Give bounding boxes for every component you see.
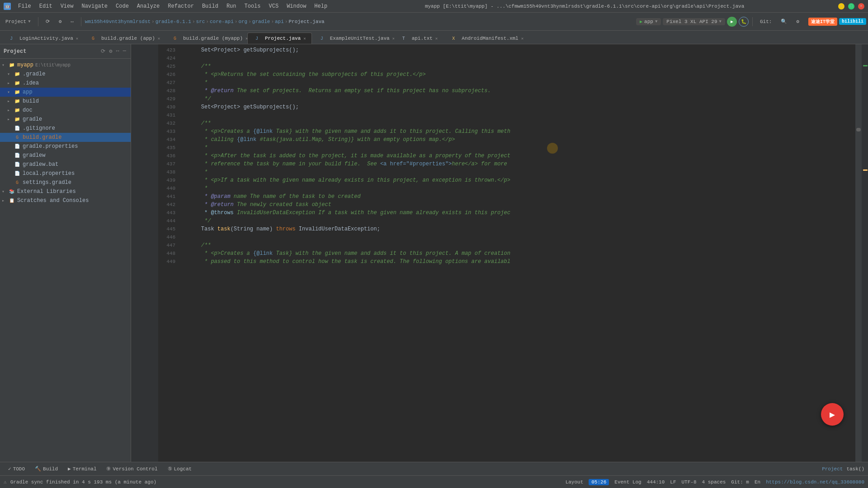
line-content-423[interactable]: Set<Project> getSubprojects(); (188, 46, 855, 54)
tree-item-ext-libs[interactable]: ▾ 📚 External Libraries (0, 187, 131, 196)
tree-item-app[interactable]: ▾ 📁 app (0, 88, 131, 97)
maximize-button[interactable]: □ (848, 3, 854, 9)
breadcrumb-api[interactable]: api (275, 19, 284, 24)
bottom-tab-terminal[interactable]: ▶ Terminal (63, 465, 101, 473)
line-content-437[interactable]: * reference the task by name in your bui… (188, 160, 855, 168)
git-button[interactable]: Git: (756, 17, 775, 26)
tree-item-build[interactable]: ▸ 📁 build (0, 97, 131, 106)
code-lines[interactable]: 423 Set<Project> getSubprojects();424 42… (158, 44, 855, 462)
project-dropdown[interactable]: Project ▼ (2, 17, 34, 26)
menu-file[interactable]: File (14, 2, 35, 10)
line-content-442[interactable]: * @return The newly created task object (188, 201, 855, 209)
line-content-428[interactable]: * @return The set of projects. Returns a… (188, 87, 855, 95)
tree-item-gradle-props[interactable]: ▸ 📄 gradle.properties (0, 142, 131, 151)
breadcrumb-gradle[interactable]: gradle-6.1.1 (156, 19, 191, 24)
sidebar-sync-icon[interactable]: ⟳ (100, 47, 106, 56)
line-content-424[interactable] (188, 54, 855, 62)
minimize-button[interactable]: − (838, 3, 844, 9)
tab-close-manifest[interactable]: ✕ (521, 36, 524, 41)
menu-vcs[interactable]: VCS (265, 2, 283, 10)
line-content-447[interactable]: /** (188, 241, 855, 249)
menu-run[interactable]: Run (223, 2, 240, 10)
breadcrumb-root[interactable]: wm155h49vnt3hynmlrsdst (85, 19, 151, 24)
line-content-427[interactable]: * (188, 79, 855, 87)
tree-item-gradle-hidden[interactable]: ▾ 📁 .gradle (0, 70, 131, 79)
tree-item-local-props[interactable]: ▸ 📄 local.properties (0, 169, 131, 178)
menu-view[interactable]: View (57, 2, 77, 10)
floating-play-button[interactable]: ▶ (821, 403, 844, 426)
line-content-432[interactable]: /** (188, 119, 855, 127)
tab-close-api[interactable]: ✕ (435, 36, 438, 41)
bottom-tab-todo[interactable]: ✓ TODO (4, 465, 29, 473)
search-icon[interactable]: 🔍 (777, 17, 791, 26)
line-content-433[interactable]: * <p>Creates a {@link Task} with the giv… (188, 127, 855, 136)
line-content-449[interactable]: * passed to this method to control how t… (188, 258, 855, 266)
line-content-425[interactable]: /** (188, 62, 855, 70)
device-dropdown[interactable]: Pixel 3 XL API 29 ▼ (663, 18, 725, 25)
close-button[interactable]: × (858, 3, 864, 9)
collapse-icon[interactable]: ↔ (67, 17, 77, 26)
status-event-log[interactable]: Event Log (614, 479, 641, 485)
bottom-tab-project-label[interactable]: Project (822, 466, 843, 472)
sync-icon[interactable]: ⟳ (42, 17, 53, 26)
status-line-ending[interactable]: LF (670, 479, 676, 485)
status-git[interactable]: Git: m (731, 479, 749, 485)
breadcrumb-org[interactable]: org (238, 19, 247, 24)
tree-item-gitignore[interactable]: ▸ 📄 .gitignore (0, 124, 131, 133)
line-content-431[interactable] (188, 111, 855, 119)
tab-build-myapp[interactable]: G build.gradle (myapp) ✕ (165, 33, 247, 44)
line-content-443[interactable]: * @throws InvalidUserDataException If a … (188, 209, 855, 217)
menu-refactor[interactable]: Refactor (164, 2, 198, 10)
line-content-444[interactable]: */ (188, 217, 855, 225)
tab-login-activity[interactable]: J LoginActivity.java ✕ (2, 33, 83, 44)
status-indent[interactable]: 4 spaces (702, 479, 726, 485)
line-content-440[interactable]: * (188, 184, 855, 192)
tab-api-txt[interactable]: T api.txt ✕ (394, 33, 444, 44)
line-content-438[interactable]: * (188, 168, 855, 176)
menu-edit[interactable]: Edit (36, 2, 56, 10)
tree-item-idea[interactable]: ▸ 📁 .idea (0, 79, 131, 88)
menu-build[interactable]: Build (198, 2, 222, 10)
status-encoding[interactable]: UTF-8 (682, 479, 697, 485)
tab-android-manifest[interactable]: X AndroidManifest.xml ✕ (444, 33, 525, 44)
menu-window[interactable]: Window (283, 2, 310, 10)
menu-help[interactable]: Help (311, 2, 331, 10)
tree-item-gradlew[interactable]: ▸ 📄 gradlew (0, 151, 131, 160)
sidebar-collapse-icon[interactable]: ↔ (115, 47, 120, 56)
settings2-icon[interactable]: ⚙ (793, 17, 803, 26)
bottom-tab-vcs[interactable]: ⑨ Version Control (102, 465, 162, 473)
menu-code[interactable]: Code (112, 2, 132, 10)
tree-item-myapp[interactable]: ▾ 📁 myapp E:\ttit\myapp (0, 61, 131, 70)
sidebar-settings-icon[interactable]: ⚙ (108, 47, 113, 56)
menu-navigate[interactable]: Navigate (78, 2, 111, 10)
line-content-445[interactable]: Task task(String name) throws InvalidUse… (188, 225, 855, 233)
menu-tools[interactable]: Tools (241, 2, 264, 10)
tab-project-java[interactable]: J Project.java ✕ (247, 33, 312, 44)
menu-analyze[interactable]: Analyze (133, 2, 163, 10)
breadcrumb-src[interactable]: src (196, 19, 205, 24)
tab-close-login[interactable]: ✕ (76, 36, 78, 41)
tree-item-gradlew-bat[interactable]: ▸ 📄 gradlew.bat (0, 160, 131, 169)
line-content-446[interactable] (188, 233, 855, 241)
breadcrumb-gradle2[interactable]: gradle (252, 19, 270, 24)
tab-example-unit[interactable]: J ExampleUnitTest.java ✕ (312, 33, 394, 44)
line-content-426[interactable]: * <p>Returns the set containing the subp… (188, 70, 855, 79)
tab-close-build-app[interactable]: ✕ (158, 36, 160, 41)
bottom-tab-logcat[interactable]: ⑤ Logcat (163, 465, 197, 473)
status-layout[interactable]: Layout (566, 479, 584, 485)
scrollbar[interactable] (855, 44, 862, 462)
settings-icon[interactable]: ⚙ (55, 17, 66, 26)
breadcrumb-file[interactable]: Project.java (288, 19, 324, 24)
tree-item-doc[interactable]: ▸ 📁 doc (0, 106, 131, 115)
line-content-435[interactable]: * (188, 144, 855, 152)
tab-build-app[interactable]: G build.gradle (app) ✕ (84, 33, 165, 44)
bottom-tab-build[interactable]: 🔨 Build (30, 465, 62, 473)
tree-item-build-gradle[interactable]: ▸ G build.gradle (0, 133, 131, 142)
line-content-441[interactable]: * @param name The name of the task to be… (188, 192, 855, 201)
tree-item-scratches[interactable]: ▸ 📋 Scratches and Consoles (0, 196, 131, 205)
bottom-tab-task-label[interactable]: task() (846, 466, 864, 472)
tab-close-project[interactable]: ✕ (303, 36, 306, 41)
line-content-448[interactable]: * <p>Creates a {@link Task} with the giv… (188, 249, 855, 258)
sidebar-minimize-icon[interactable]: — (122, 47, 127, 56)
run-button[interactable]: ▶ (727, 17, 737, 27)
